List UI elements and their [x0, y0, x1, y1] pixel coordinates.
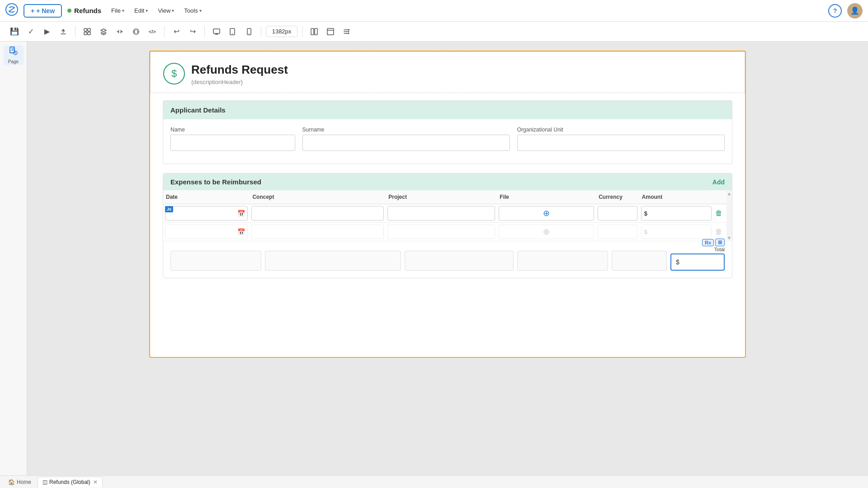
total-empty-1: [170, 251, 261, 271]
help-button[interactable]: ?: [828, 4, 842, 18]
menu-edit[interactable]: Edit▾: [130, 5, 152, 16]
expense-concept-2[interactable]: [251, 225, 384, 239]
upload-icon-1[interactable]: ⊕: [543, 208, 550, 218]
tab-refunds-label: Refunds (Global): [49, 479, 90, 485]
chevron-icon: ▾: [172, 8, 174, 13]
form-subtitle: {descriptionHeader}: [191, 79, 288, 85]
check-button[interactable]: ✓: [24, 24, 38, 39]
calendar-icon-1: 📅: [237, 210, 245, 217]
svg-rect-13: [327, 28, 334, 35]
rx-badge: Rx ⊞: [702, 239, 725, 246]
total-empty-5: [612, 251, 667, 271]
page-icon: [9, 46, 19, 58]
grid-view-button[interactable]: [307, 24, 321, 39]
expense-concept-1[interactable]: [251, 206, 384, 221]
expense-date-1[interactable]: [165, 206, 248, 221]
col-amount: Amount: [639, 190, 713, 204]
applicant-form-row: Name Surname Organizational Unit: [170, 127, 725, 151]
undo-button[interactable]: ↩: [169, 24, 184, 39]
html-button[interactable]: </>: [145, 24, 160, 39]
svg-rect-11: [311, 28, 314, 35]
desktop-button[interactable]: [209, 24, 224, 39]
tablet-button[interactable]: [226, 24, 240, 39]
home-icon: 🏠: [8, 479, 15, 485]
scroll-up-button[interactable]: ▲: [727, 191, 731, 196]
menu-file[interactable]: File▾: [107, 5, 129, 16]
col-file: File: [497, 190, 596, 204]
delete-row-1-button[interactable]: 🗑: [715, 209, 722, 217]
name-input[interactable]: [170, 135, 295, 151]
divider: [75, 26, 75, 37]
name-field-container: Name: [170, 127, 295, 151]
svg-rect-4: [88, 32, 90, 35]
expenses-header: Expenses to be Reimbursed Add: [163, 174, 732, 190]
divider2: [164, 26, 165, 37]
user-avatar[interactable]: 👤: [847, 3, 863, 19]
divider4: [261, 26, 261, 37]
surname-field-container: Surname: [302, 127, 510, 151]
expense-row-2: 📅 ⊕: [163, 223, 732, 241]
chevron-icon: ▾: [199, 8, 202, 13]
status-dot: [67, 9, 71, 13]
total-empty-2: [265, 251, 401, 271]
surname-label: Surname: [302, 127, 510, 133]
svg-point-14: [348, 29, 349, 30]
form-header: $ Refunds Request {descriptionHeader}: [150, 52, 745, 93]
total-label: Total: [714, 247, 725, 252]
divider3: [204, 26, 205, 37]
expense-date-2[interactable]: [165, 225, 248, 239]
tab-refunds[interactable]: ◫ Refunds (Global) ✕: [38, 477, 103, 488]
refunds-indicator: Refunds: [67, 7, 101, 14]
expense-currency-2[interactable]: [598, 225, 637, 239]
total-input[interactable]: [670, 253, 725, 271]
expense-project-1[interactable]: [387, 206, 495, 221]
top-nav: + + New Refunds File▾ Edit▾ View▾ Tools▾…: [0, 0, 868, 22]
col-concept: Concept: [250, 190, 386, 204]
page-label: Page: [8, 59, 19, 64]
svg-point-15: [348, 31, 349, 32]
org-label: Organizational Unit: [517, 127, 725, 133]
total-section: Rx ⊞ Total: [163, 241, 732, 278]
mobile-button[interactable]: [242, 24, 256, 39]
expense-amount-2[interactable]: [641, 225, 712, 239]
menu-view[interactable]: View▾: [153, 5, 179, 16]
export-button[interactable]: [56, 24, 71, 39]
panel-button[interactable]: [323, 24, 338, 39]
expense-amount-1[interactable]: [641, 206, 712, 221]
menu-tools[interactable]: Tools▾: [179, 5, 206, 16]
org-input[interactable]: [517, 135, 725, 151]
svg-rect-1: [84, 28, 87, 31]
nav-menu: File▾ Edit▾ View▾ Tools▾: [107, 5, 206, 16]
add-expense-button[interactable]: Add: [712, 178, 725, 186]
layers-button[interactable]: [96, 24, 111, 39]
form-sections: Applicant Details Name Surname Organizat…: [150, 93, 745, 295]
name-label: Name: [170, 127, 295, 133]
tab-home[interactable]: 🏠 Home: [4, 477, 36, 488]
scroll-bar: ▲ ▼: [726, 190, 732, 241]
bottom-tabs: 🏠 Home ◫ Refunds (Global) ✕: [0, 475, 868, 488]
redo-button[interactable]: ↪: [185, 24, 200, 39]
tab-close-button[interactable]: ✕: [93, 479, 98, 485]
code-brackets-button[interactable]: [129, 24, 143, 39]
expense-currency-1[interactable]: [598, 206, 637, 221]
surname-input[interactable]: [302, 135, 510, 151]
svg-rect-2: [88, 28, 90, 31]
run-button[interactable]: ▶: [40, 24, 54, 39]
main-canvas-area: $ Refunds Request {descriptionHeader} Ap…: [27, 42, 868, 475]
col-currency: Currency: [596, 190, 639, 204]
scroll-down-button[interactable]: ▼: [727, 235, 731, 240]
new-button[interactable]: + + New: [24, 4, 62, 18]
save-button[interactable]: 💾: [7, 24, 22, 39]
delete-row-2-button[interactable]: 🗑: [715, 228, 722, 235]
js-badge: Js: [165, 206, 173, 212]
data-button[interactable]: [113, 24, 127, 39]
nav-right: ? 👤: [828, 3, 863, 19]
left-sidebar: Page: [0, 42, 27, 475]
settings-list-button[interactable]: [340, 24, 354, 39]
expense-project-2[interactable]: [387, 225, 495, 239]
svg-rect-6: [213, 29, 220, 33]
svg-rect-3: [84, 32, 87, 35]
dollar-icon: $: [163, 63, 185, 84]
sidebar-item-page[interactable]: Page: [4, 45, 24, 65]
components-button[interactable]: [80, 24, 94, 39]
